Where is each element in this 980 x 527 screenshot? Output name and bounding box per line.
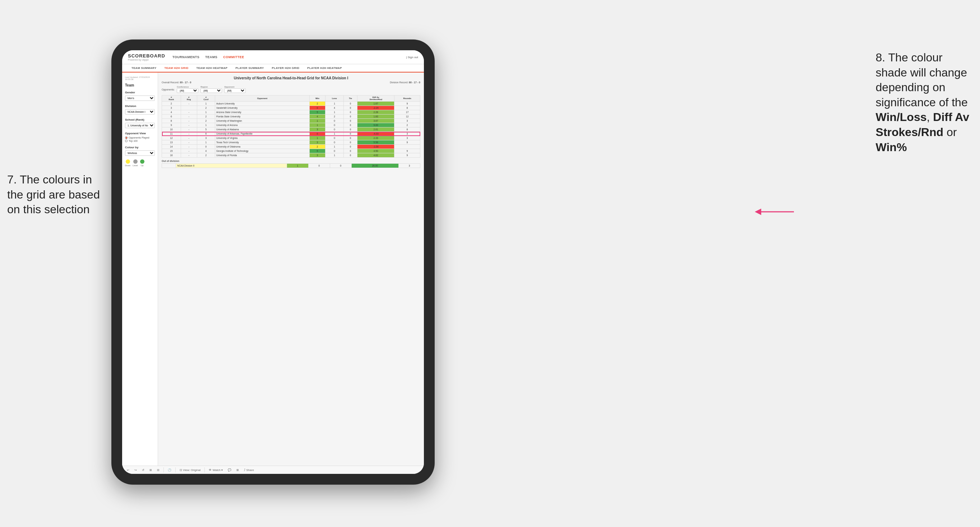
nav-teams[interactable]: TEAMS: [205, 55, 217, 59]
col-win: Win: [310, 95, 326, 102]
grid-title: University of North Carolina Head-to-Hea…: [162, 76, 420, 80]
col-rounds: Rounds: [395, 95, 420, 102]
nav-committee[interactable]: COMMITTEE: [223, 55, 244, 59]
table-header-row: #Rank #Reg #Conf Opponent Win Loss Tie D…: [162, 95, 420, 102]
table-row: 13 - 1 Texas Tech University 3 0 0 5.56 …: [162, 140, 420, 144]
refresh-button[interactable]: ↺: [141, 468, 145, 472]
col-reg: #Reg: [181, 95, 197, 102]
region-filter-select[interactable]: (All): [200, 88, 222, 93]
col-loss: Loss: [325, 95, 344, 102]
col-conf: #Conf: [197, 95, 215, 102]
main-content: Last Updated: 27/03/2024 16:55:38 Team G…: [122, 73, 424, 466]
watch-button[interactable]: 👁 Watch ▾: [208, 468, 224, 472]
redo-button[interactable]: ↪: [133, 468, 138, 472]
table-row-highlighted: 11 - 6 University of Arkansas, Fayettevi…: [162, 132, 420, 136]
table-row: 8 - 2 University of Washington 1 0 0 3.6…: [162, 119, 420, 123]
grid-button[interactable]: ⊞: [235, 468, 240, 472]
undo-button[interactable]: ↩: [126, 468, 130, 472]
table-row: 4 - 1 Arizona State University 5 1 0 2.2…: [162, 110, 420, 114]
opponent-view-label: Opponent View: [125, 132, 155, 135]
filter-row: Opponents: Conference (All) Region (All): [162, 86, 420, 93]
radio-dot-opponents-played: [125, 137, 127, 139]
col-tie: Tie: [344, 95, 358, 102]
opponent-filter: Opponent (All): [224, 86, 246, 93]
view-label: ⊡ View: Original: [178, 468, 202, 472]
table-row: 15 - 4 Georgia Institute of Technology 5…: [162, 149, 420, 153]
tab-team-h2h-heatmap[interactable]: TEAM H2H HEATMAP: [193, 64, 231, 73]
division-record: Division Record: 88 - 17 - 0: [390, 81, 420, 84]
sidebar-school-section: School (Rank) 1. University of Nort...: [125, 118, 155, 128]
opponent-filter-select[interactable]: (All): [224, 88, 246, 93]
legend-down: Down: [125, 159, 130, 167]
paste-button[interactable]: ⊟: [156, 468, 161, 472]
colour-by-label: Colour by: [125, 146, 155, 149]
share-button[interactable]: ⤴ Share: [243, 468, 255, 472]
tab-team-h2h-grid[interactable]: TEAM H2H GRID: [161, 64, 192, 73]
grid-subtitle: Overall Record: 89 - 17 - 0 Division Rec…: [162, 81, 420, 84]
opponents-filter-label: Opponents:: [162, 88, 175, 91]
table-row: 14 - 0 University of Oklahoma 2 1 0 -1.0…: [162, 144, 420, 149]
gender-select[interactable]: Men's: [125, 95, 155, 101]
overall-record: Overall Record: 89 - 17 - 0: [162, 81, 191, 84]
sidebar-team-section: Team: [125, 83, 155, 87]
sidebar: Last Updated: 27/03/2024 16:55:38 Team G…: [122, 73, 158, 466]
grid-area: University of North Carolina Head-to-Hea…: [158, 73, 424, 466]
tab-player-summary[interactable]: PLAYER SUMMARY: [232, 64, 267, 73]
nav-tournaments[interactable]: TOURNAMENTS: [172, 55, 199, 59]
division-select[interactable]: NCAA Division I: [125, 109, 155, 114]
legend-dot-level: [133, 159, 138, 164]
table-row: 16 - 2 University of Florida 3 1 0 4.62 …: [162, 153, 420, 157]
sidebar-division-section: Division NCAA Division I: [125, 105, 155, 114]
legend-up: Up: [140, 159, 145, 167]
sidebar-gender-section: Gender Men's: [125, 91, 155, 101]
tablet-frame: SCOREBOARD Powered by clippd TOURNAMENTS…: [111, 40, 435, 485]
out-of-division-header: Out of division: [162, 160, 420, 162]
radio-dot-top100: [125, 140, 127, 142]
annotation-right: 8. The colourshade will changedepending …: [876, 50, 969, 155]
table-row: 6 - 2 Florida State University 4 2 0 1.8…: [162, 114, 420, 119]
clock-button[interactable]: 🕐: [167, 468, 172, 472]
sub-nav: TEAM SUMMARY TEAM H2H GRID TEAM H2H HEAT…: [122, 64, 424, 73]
tablet-screen: SCOREBOARD Powered by clippd TOURNAMENTS…: [122, 50, 424, 474]
annotation-left: 7. The colours inthe grid are basedon th…: [7, 172, 100, 217]
sidebar-team-label: Team: [125, 83, 155, 87]
conference-filter: Conference (All): [177, 86, 198, 93]
tab-team-summary[interactable]: TEAM SUMMARY: [128, 64, 160, 73]
legend-label-level: Level: [132, 164, 138, 167]
col-diff: Diff AvStrokes/Rnd: [358, 95, 395, 102]
colour-by-select[interactable]: Win/loss: [125, 151, 155, 156]
region-filter: Region (All): [200, 86, 222, 93]
conference-filter-select[interactable]: (All): [177, 88, 198, 93]
sidebar-opponent-view-section: Opponent View Opponents Played Top 100: [125, 132, 155, 142]
app-header: SCOREBOARD Powered by clippd TOURNAMENTS…: [122, 50, 424, 64]
division-label: Division: [125, 105, 155, 108]
legend-level: Level: [132, 159, 138, 167]
sidebar-colour-section: Colour by Win/loss: [125, 146, 155, 156]
table-row: 2 - 1 Auburn University 2 1 0 1.67 9: [162, 102, 420, 106]
sign-out-button[interactable]: | Sign out: [406, 56, 418, 59]
copy-button[interactable]: ⊞: [148, 468, 153, 472]
tab-player-h2h-grid[interactable]: PLAYER H2H GRID: [268, 64, 303, 73]
timestamp: Last Updated: 27/03/2024 16:55:38: [125, 76, 155, 80]
logo-sub: Powered by clippd: [128, 59, 148, 61]
logo-text: SCOREBOARD: [128, 53, 165, 59]
out-of-division-table: NCAA Division II 1 0 0 26.00 3: [162, 163, 420, 168]
radio-opponents-played[interactable]: Opponents Played: [125, 137, 155, 139]
opponent-view-radio-group: Opponents Played Top 100: [125, 137, 155, 142]
annotation-winloss: Win/Loss: [876, 111, 927, 124]
table-row: 10 - 5 University of Alabama 3 0 0 2.61 …: [162, 127, 420, 132]
annotation-winpct: Win%: [876, 141, 907, 154]
tab-player-h2h-heatmap[interactable]: PLAYER H2H HEATMAP: [304, 64, 345, 73]
logo-area: SCOREBOARD Powered by clippd: [128, 53, 165, 61]
comment-button[interactable]: 💬: [227, 468, 232, 472]
col-opponent: Opponent: [215, 95, 310, 102]
nav-links: TOURNAMENTS TEAMS COMMITTEE: [172, 55, 399, 59]
gender-label: Gender: [125, 91, 155, 94]
radio-top100[interactable]: Top 100: [125, 140, 155, 142]
toolbar-separator-2: [175, 467, 176, 472]
school-label: School (Rank): [125, 118, 155, 121]
school-select[interactable]: 1. University of Nort...: [125, 123, 155, 128]
col-rank: #Rank: [162, 95, 181, 102]
data-table: #Rank #Reg #Conf Opponent Win Loss Tie D…: [162, 95, 420, 157]
out-of-division-row: NCAA Division II 1 0 0 26.00 3: [162, 164, 420, 168]
